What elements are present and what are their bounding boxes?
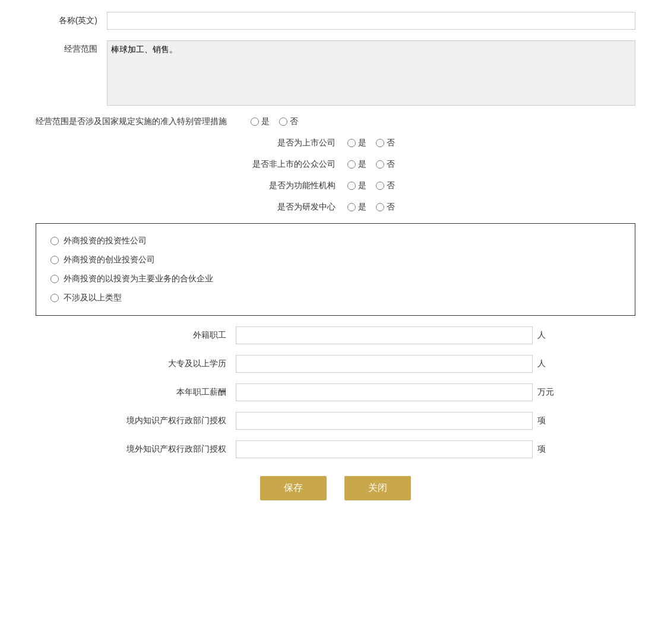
functional-radio-group: 是 否 bbox=[347, 180, 419, 191]
button-row: 保存 关闭 bbox=[36, 476, 635, 500]
foreign-ip-unit: 项 bbox=[533, 444, 554, 455]
listed-no-radio[interactable] bbox=[376, 139, 384, 147]
listed-yes-radio[interactable] bbox=[347, 139, 356, 147]
foreign-workers-input[interactable] bbox=[236, 326, 533, 344]
investment-type-radio-1[interactable] bbox=[50, 237, 59, 245]
jyfw-special-no-radio[interactable] bbox=[279, 118, 287, 126]
salary-input[interactable] bbox=[236, 383, 533, 401]
rd-center-no[interactable]: 否 bbox=[376, 202, 395, 212]
jyfw-special-no[interactable]: 否 bbox=[279, 116, 298, 127]
listed-yes[interactable]: 是 bbox=[347, 138, 366, 148]
name-en-input[interactable] bbox=[107, 12, 635, 30]
rd-center-row: 是否为研发中心 是 否 bbox=[36, 202, 635, 212]
jyfw-special-yes-radio[interactable] bbox=[251, 118, 259, 126]
rd-center-yes-radio[interactable] bbox=[347, 203, 356, 211]
non-listed-yes-radio[interactable] bbox=[347, 160, 356, 169]
rd-center-yes[interactable]: 是 bbox=[347, 202, 366, 212]
form-section: 各称(英文) 经营范围 棒球加工、销售。 经营范围是否涉及国家规定实施的准入特别… bbox=[36, 12, 635, 500]
investment-type-option-4: 不涉及以上类型 bbox=[50, 293, 621, 303]
domestic-ip-input[interactable] bbox=[236, 412, 533, 430]
foreign-workers-unit: 人 bbox=[533, 330, 554, 341]
non-listed-public-row: 是否非上市的公众公司 是 否 bbox=[36, 159, 635, 170]
listed-radio-group: 是 否 bbox=[347, 138, 419, 148]
rd-center-radio-group: 是 否 bbox=[347, 202, 419, 212]
non-listed-no-radio[interactable] bbox=[376, 160, 384, 169]
investment-type-radio-3[interactable] bbox=[50, 275, 59, 283]
investment-type-option-3: 外商投资的以投资为主要业务的合伙企业 bbox=[50, 274, 621, 284]
save-button[interactable]: 保存 bbox=[260, 476, 327, 500]
investment-type-label-1[interactable]: 外商投资的投资性公司 bbox=[64, 236, 147, 246]
functional-yes[interactable]: 是 bbox=[347, 180, 366, 191]
jyfw-textarea[interactable]: 棒球加工、销售。 bbox=[107, 40, 635, 106]
rd-center-label: 是否为研发中心 bbox=[252, 202, 347, 212]
investment-type-box: 外商投资的投资性公司 外商投资的创业投资公司 外商投资的以投资为主要业务的合伙企… bbox=[36, 223, 635, 316]
domestic-ip-label: 境内知识产权行政部门授权 bbox=[117, 415, 236, 426]
foreign-ip-input[interactable] bbox=[236, 440, 533, 458]
foreign-workers-label: 外籍职工 bbox=[117, 330, 236, 341]
non-listed-no[interactable]: 否 bbox=[376, 159, 395, 170]
jyfw-special-radio-group: 是 否 bbox=[251, 116, 298, 127]
rd-center-no-radio[interactable] bbox=[376, 203, 384, 211]
non-listed-public-radio-group: 是 否 bbox=[347, 159, 419, 170]
non-listed-public-label: 是否非上市的公众公司 bbox=[252, 159, 347, 170]
functional-row: 是否为功能性机构 是 否 bbox=[36, 180, 635, 191]
listed-row: 是否为上市公司 是 否 bbox=[36, 138, 635, 148]
domestic-ip-row: 境内知识产权行政部门授权 项 bbox=[36, 412, 635, 430]
investment-type-radio-4[interactable] bbox=[50, 294, 59, 302]
jyfw-special-row: 经营范围是否涉及国家规定实施的准入特别管理措施 是 否 bbox=[36, 116, 635, 127]
salary-unit: 万元 bbox=[533, 387, 554, 398]
non-listed-yes[interactable]: 是 bbox=[347, 159, 366, 170]
functional-no-radio[interactable] bbox=[376, 182, 384, 190]
salary-row: 本年职工薪酬 万元 bbox=[36, 383, 635, 401]
foreign-ip-label: 境外知识产权行政部门授权 bbox=[117, 444, 236, 455]
investment-type-option-2: 外商投资的创业投资公司 bbox=[50, 255, 621, 265]
investment-type-label-3[interactable]: 外商投资的以投资为主要业务的合伙企业 bbox=[64, 274, 213, 284]
salary-label: 本年职工薪酬 bbox=[117, 387, 236, 398]
investment-type-label-2[interactable]: 外商投资的创业投资公司 bbox=[64, 255, 155, 265]
jyfw-row: 经营范围 棒球加工、销售。 bbox=[36, 40, 635, 106]
jyfw-special-yes[interactable]: 是 bbox=[251, 116, 270, 127]
domestic-ip-unit: 项 bbox=[533, 415, 554, 426]
close-button[interactable]: 关闭 bbox=[344, 476, 411, 500]
college-edu-unit: 人 bbox=[533, 359, 554, 369]
name-en-label: 各称(英文) bbox=[36, 15, 107, 26]
functional-yes-radio[interactable] bbox=[347, 182, 356, 190]
foreign-ip-row: 境外知识产权行政部门授权 项 bbox=[36, 440, 635, 458]
name-en-row: 各称(英文) bbox=[36, 12, 635, 30]
college-edu-input[interactable] bbox=[236, 355, 533, 373]
listed-no[interactable]: 否 bbox=[376, 138, 395, 148]
listed-label: 是否为上市公司 bbox=[252, 138, 347, 148]
functional-label: 是否为功能性机构 bbox=[252, 180, 347, 191]
college-edu-row: 大专及以上学历 人 bbox=[36, 355, 635, 373]
jyfw-label: 经营范围 bbox=[36, 40, 107, 55]
jyfw-special-label: 经营范围是否涉及国家规定实施的准入特别管理措施 bbox=[36, 116, 227, 127]
college-edu-label: 大专及以上学历 bbox=[117, 359, 236, 369]
investment-type-radio-2[interactable] bbox=[50, 256, 59, 264]
investment-type-option-1: 外商投资的投资性公司 bbox=[50, 236, 621, 246]
functional-no[interactable]: 否 bbox=[376, 180, 395, 191]
foreign-workers-row: 外籍职工 人 bbox=[36, 326, 635, 344]
investment-type-label-4[interactable]: 不涉及以上类型 bbox=[64, 293, 122, 303]
